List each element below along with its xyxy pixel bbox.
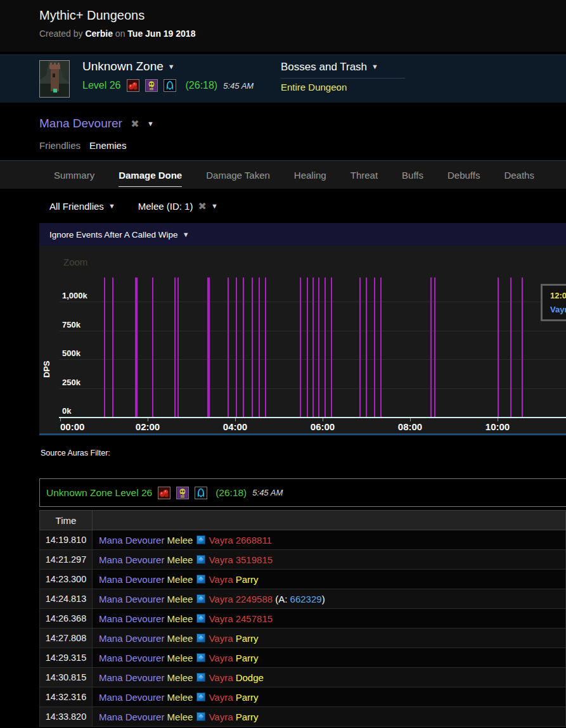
tab-deaths[interactable]: Deaths (504, 161, 534, 189)
event-description: Mana Devourer MeleeVayra 2457815 (93, 609, 566, 629)
tab-threat[interactable]: Threat (351, 161, 378, 189)
event-target: Vayra (209, 613, 233, 624)
dps-spike (177, 278, 179, 417)
close-icon[interactable]: ✖ (131, 118, 139, 129)
tooltip-player: Vayr (550, 305, 566, 314)
boss-name-dropdown[interactable]: Mana Devourer (39, 117, 122, 130)
absorb-open: (A: (273, 594, 290, 604)
event-description: Mana Devourer MeleeVayra Parry (93, 629, 566, 648)
event-time: 14:23.300 (39, 570, 93, 589)
event-ability: Melee (164, 574, 193, 585)
dps-spike (236, 278, 237, 417)
dps-spike (374, 278, 375, 417)
event-description: Mana Devourer MeleeVayra Dodge (93, 668, 566, 687)
event-result: Parry (233, 574, 259, 585)
tab-summary[interactable]: Summary (54, 161, 94, 189)
spectral-wraith-icon (164, 79, 176, 92)
event-result: 2457815 (233, 613, 273, 624)
event-ability: Melee (164, 535, 193, 546)
events-table: Time 14:19.810Mana Devourer MeleeVayra 2… (39, 510, 566, 727)
event-source: Mana Devourer (99, 554, 164, 565)
tab-debuffs[interactable]: Debuffs (447, 161, 480, 189)
event-description: Mana Devourer MeleeVayra 2249588 (A: 662… (93, 589, 566, 609)
dungeon-duration: (26:18) (186, 80, 218, 91)
x-axis-tick-label: 04:00 (223, 421, 247, 432)
table-row: 14:29.315Mana Devourer MeleeVayra Parry (39, 648, 566, 668)
dps-spike (152, 278, 153, 417)
event-ability: Melee (164, 712, 193, 722)
event-ability: Melee (164, 672, 193, 683)
event-description: Mana Devourer MeleeVayra 3519815 (93, 550, 566, 570)
y-axis-title: DPS (42, 333, 51, 378)
source-filter-dropdown[interactable]: All Friendlies▼ (49, 201, 115, 212)
event-target: Vayra (209, 574, 233, 585)
event-target: Vayra (209, 633, 233, 644)
close-icon[interactable]: ✖ (198, 201, 206, 212)
event-time: 14:29.315 (39, 648, 93, 668)
chart-tooltip: 12:0 Vayr (541, 284, 566, 321)
chevron-down-icon: ▼ (108, 202, 115, 210)
table-row: 14:24.813Mana Devourer MeleeVayra 224958… (39, 589, 566, 609)
zoom-reset-button[interactable]: Zoom (63, 257, 87, 267)
event-result: Parry (233, 712, 259, 722)
melee-swing-icon (196, 693, 205, 701)
friendlies-link[interactable]: Friendlies (39, 140, 80, 151)
event-result: 2668811 (233, 535, 272, 546)
y-axis-tick-label: 750k (62, 320, 80, 329)
bosses-and-trash-dropdown[interactable]: Bosses and Trash▼ (281, 61, 378, 73)
event-ability: Melee (164, 613, 193, 624)
dps-spike (135, 278, 138, 417)
chevron-down-icon: ▼ (183, 231, 190, 238)
zone-banner: Unknown Zone▼ Level 26 (26:18) 5:45 AM B… (0, 54, 566, 103)
tab-healing[interactable]: Healing (294, 161, 326, 189)
dps-spike (325, 278, 326, 417)
enemies-link[interactable]: Enemies (89, 140, 126, 151)
tab-buffs[interactable]: Buffs (402, 161, 423, 189)
event-description: Mana Devourer MeleeVayra 2668811 (93, 530, 566, 550)
melee-swing-icon (196, 575, 205, 584)
table-row: 14:30.815Mana Devourer MeleeVayra Dodge (39, 668, 566, 687)
wipe-filter-dropdown[interactable]: Ignore Events After A Called Wipe▼ (39, 223, 566, 246)
time-column-header: Time (39, 510, 93, 530)
dps-spike (430, 278, 432, 417)
event-absorb-amount: 662329 (290, 594, 322, 604)
event-source: Mana Devourer (99, 692, 164, 703)
dps-spike (510, 278, 511, 417)
melee-swing-icon (196, 594, 205, 603)
zone-summary-row[interactable]: Unknown Zone Level 26 (26:18) 5:45 AM (39, 478, 566, 507)
chart-plot-area[interactable]: Zoom DPS 0k250k500k750k1,000k 00:0002:00… (39, 246, 566, 435)
event-description: Mana Devourer MeleeVayra Parry (93, 648, 566, 668)
event-result: Dodge (233, 672, 264, 683)
zone-name-label: Unknown Zone (82, 60, 164, 73)
tab-damage-done[interactable]: Damage Done (119, 161, 182, 189)
report-subtitle: Created by Cerbie on Tue Jun 19 2018 (39, 29, 195, 39)
table-row: 14:26.368Mana Devourer MeleeVayra 245781… (39, 609, 566, 629)
report-date: Tue Jun 19 2018 (127, 29, 195, 39)
melee-swing-icon (196, 712, 205, 721)
zone-summary-title: Unknown Zone Level 26 (46, 487, 152, 499)
zone-name-dropdown[interactable]: Unknown Zone▼ (82, 60, 175, 73)
event-source: Mana Devourer (99, 712, 164, 722)
event-source: Mana Devourer (99, 633, 164, 644)
view-tab-bar: SummaryDamage DoneDamage TakenHealingThr… (0, 160, 566, 189)
tab-damage-taken[interactable]: Damage Taken (206, 161, 270, 189)
event-target: Vayra (209, 672, 233, 683)
event-time: 14:32.316 (39, 687, 93, 707)
event-description: Mana Devourer MeleeVayra Parry (93, 707, 566, 727)
ability-filter-dropdown[interactable]: Melee (ID: 1)✖▼ (138, 200, 218, 212)
event-result: 2249588 (233, 594, 273, 604)
event-ability: Melee (164, 653, 193, 663)
event-time: 14:21.297 (39, 550, 93, 570)
event-description: Mana Devourer MeleeVayra Parry (93, 570, 566, 589)
dps-spike (243, 278, 244, 417)
chevron-down-icon: ▼ (168, 63, 175, 70)
zone-summary-duration: (26:18) (215, 487, 247, 499)
x-axis-tick-label: 08:00 (398, 421, 422, 432)
chevron-down-icon[interactable]: ▼ (147, 120, 154, 127)
chevron-down-icon: ▼ (211, 202, 218, 210)
divider (281, 78, 405, 79)
dps-spike (259, 278, 260, 417)
absorb-close: ) (322, 594, 325, 604)
event-time: 14:30.815 (39, 668, 93, 687)
bursting-orbs-icon (158, 487, 170, 499)
